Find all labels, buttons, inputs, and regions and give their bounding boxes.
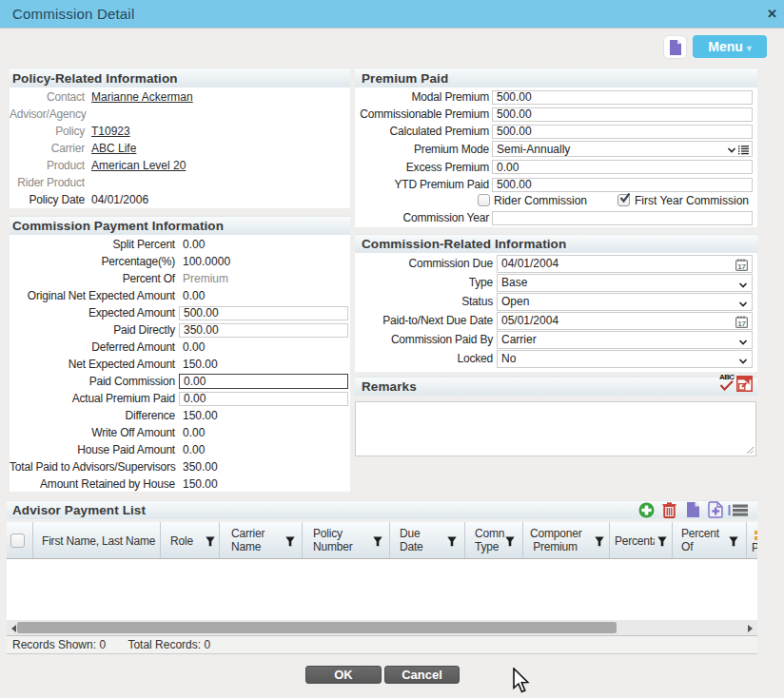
svg-text:17: 17 <box>737 262 746 270</box>
svg-text:17: 17 <box>737 319 746 327</box>
